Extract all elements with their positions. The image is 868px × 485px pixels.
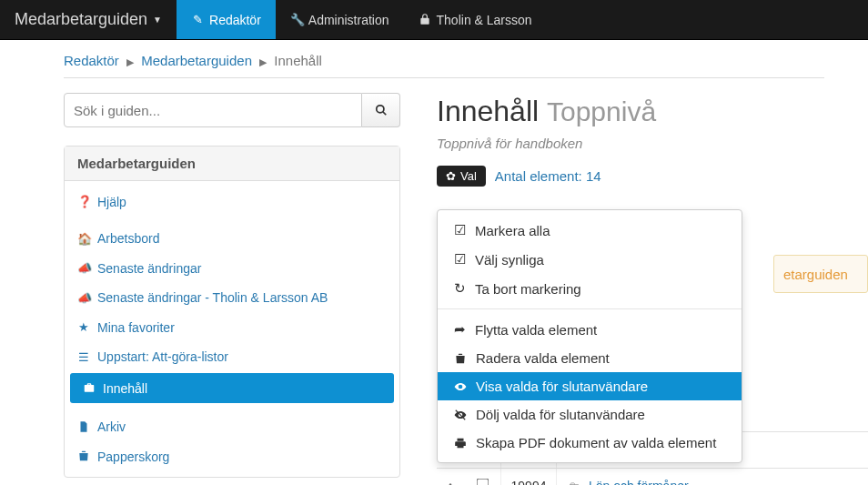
sidebar-item-recent-tl[interactable]: 📣Senaste ändringar - Tholin & Larsson AB	[65, 283, 399, 313]
breadcrumb-current: Innehåll	[274, 53, 322, 68]
gear-icon: ✿	[446, 169, 456, 183]
eye-slash-icon	[454, 407, 467, 422]
nav-admin-label: Administration	[308, 13, 389, 27]
dropdown-item-label: Ta bort markering	[475, 281, 581, 297]
brand-label: Medarbetarguiden	[15, 10, 147, 29]
val-label: Val	[460, 169, 477, 183]
row-tag-label: etarguiden	[783, 267, 848, 282]
sidebar-item-trash[interactable]: Papperskorg	[65, 441, 399, 471]
dropdown-pdf[interactable]: Skapa PDF dokument av valda element	[438, 429, 742, 457]
table-row: ↕ 19994 🗀 Lön och förmåner	[437, 468, 868, 485]
svg-line-1	[382, 112, 386, 116]
nav-tholin-larsson[interactable]: Tholin & Larsson	[404, 0, 547, 39]
dropdown-hide[interactable]: Dölj valda för slutanvändare	[438, 400, 742, 429]
dropdown-deselect[interactable]: ↻ Ta bort markering	[438, 274, 742, 303]
lock-icon	[419, 13, 431, 26]
search-icon	[375, 103, 388, 117]
share-icon: ➦	[454, 321, 466, 338]
sidebar-panel: Medarbetarguiden ❓Hjälp 🏠Arbetsbord 📣Sen…	[64, 146, 400, 478]
file-icon	[77, 420, 90, 434]
dropdown-show[interactable]: Visa valda för slutanvändare	[438, 372, 742, 400]
drag-handle-icon[interactable]: ↕	[437, 479, 464, 485]
dropdown-select-all[interactable]: ☑ Markera alla	[438, 216, 742, 245]
page-title: Innehåll Toppnivå	[437, 95, 824, 128]
sidebar-item-favorites[interactable]: ★Mina favoriter	[65, 312, 399, 342]
svg-point-0	[376, 106, 383, 113]
val-dropdown: ☑ Markera alla ☑ Välj synliga ↻ Ta bort …	[437, 209, 742, 463]
caret-down-icon: ▼	[153, 15, 162, 25]
list-icon: ☰	[77, 350, 90, 364]
breadcrumb: Redaktör ▶ Medarbetarguiden ▶ Innehåll	[64, 53, 824, 78]
page-title-main: Innehåll	[437, 95, 539, 127]
check-icon: ☑	[454, 251, 466, 268]
dropdown-item-label: Välj synliga	[475, 252, 544, 268]
eye-icon	[454, 379, 467, 394]
sidebar-item-label: Arbetsbord	[97, 231, 159, 246]
nav-editor[interactable]: ✎ Redaktör	[177, 0, 276, 39]
dropdown-move[interactable]: ➦ Flytta valda element	[438, 315, 742, 344]
sidebar-item-recent[interactable]: 📣Senaste ändringar	[65, 253, 399, 283]
dropdown-item-label: Dölj valda för slutanvändare	[476, 407, 645, 422]
chevron-right-icon: ▶	[259, 56, 267, 67]
sidebar-item-content[interactable]: Innehåll	[70, 373, 394, 403]
element-count-link[interactable]: Antal element: 14	[495, 168, 601, 184]
row-checkbox[interactable]	[476, 479, 489, 485]
breadcrumb-guide[interactable]: Medarbetarguiden	[141, 53, 252, 68]
sidebar-item-label: Mina favoriter	[97, 320, 175, 335]
sidebar-item-label: Arkiv	[97, 419, 126, 434]
sidebar-item-label: Senaste ändringar - Tholin & Larsson AB	[97, 290, 328, 305]
spacer	[65, 217, 399, 224]
briefcase-icon	[83, 381, 96, 395]
nav-tl-label: Tholin & Larsson	[437, 13, 532, 27]
brand-dropdown[interactable]: Medarbetarguiden ▼	[0, 0, 177, 39]
search-button[interactable]	[362, 93, 400, 127]
dropdown-delete[interactable]: Radera valda element	[438, 344, 742, 372]
home-icon: 🏠	[77, 232, 90, 246]
sidebar-item-todo[interactable]: ☰Uppstart: Att-göra-listor	[65, 342, 399, 372]
sidebar-item-help[interactable]: ❓Hjälp	[65, 187, 399, 217]
row-id: 19994	[500, 469, 557, 485]
sidebar-item-label: Innehåll	[103, 381, 147, 396]
row-link[interactable]: Lön och förmåner	[589, 479, 689, 485]
question-icon: ❓	[77, 195, 90, 208]
search-group	[64, 93, 400, 127]
nav-administration[interactable]: 🔧 Administration	[276, 0, 404, 39]
chevron-right-icon: ▶	[126, 56, 134, 67]
pencil-icon: ✎	[191, 13, 204, 26]
dropdown-item-label: Radera valda element	[476, 350, 610, 366]
page-subtitle: Toppnivå för handboken	[437, 136, 824, 151]
trash-icon	[77, 450, 90, 463]
print-icon	[454, 435, 467, 450]
sidebar-item-label: Hjälp	[97, 195, 126, 209]
row-tag-partial[interactable]: etarguiden	[773, 255, 868, 293]
val-button[interactable]: ✿ Val	[437, 166, 486, 187]
page-title-sub: Toppnivå	[547, 96, 656, 126]
check-icon: ☑	[454, 222, 466, 238]
sidebar-item-label: Senaste ändringar	[97, 261, 201, 276]
dropdown-item-label: Markera alla	[475, 223, 550, 238]
dropdown-item-label: Visa valda för slutanvändare	[476, 379, 648, 394]
breadcrumb-editor[interactable]: Redaktör	[64, 53, 119, 68]
trash-icon	[454, 350, 467, 366]
search-input[interactable]	[64, 93, 362, 127]
folder-icon: 🗀	[568, 480, 580, 485]
nav-editor-label: Redaktör	[209, 13, 261, 27]
divider	[438, 308, 742, 309]
top-navbar: Medarbetarguiden ▼ ✎ Redaktör 🔧 Administ…	[0, 0, 868, 40]
dropdown-item-label: Skapa PDF dokument av valda element	[476, 435, 716, 450]
sidebar-item-label: Papperskorg	[97, 450, 169, 464]
bullhorn-icon: 📣	[77, 291, 90, 305]
bullhorn-icon: 📣	[77, 261, 90, 275]
wrench-icon: 🔧	[290, 13, 303, 26]
spacer	[65, 405, 399, 412]
sidebar-item-desktop[interactable]: 🏠Arbetsbord	[65, 224, 399, 254]
sidebar-item-label: Uppstart: Att-göra-listor	[97, 349, 228, 364]
sidebar-item-archive[interactable]: Arkiv	[65, 412, 399, 442]
dropdown-item-label: Flytta valda element	[475, 322, 597, 338]
refresh-icon: ↻	[454, 280, 466, 297]
star-icon: ★	[77, 320, 90, 334]
dropdown-select-visible[interactable]: ☑ Välj synliga	[438, 245, 742, 274]
sidebar-heading: Medarbetarguiden	[65, 147, 399, 181]
